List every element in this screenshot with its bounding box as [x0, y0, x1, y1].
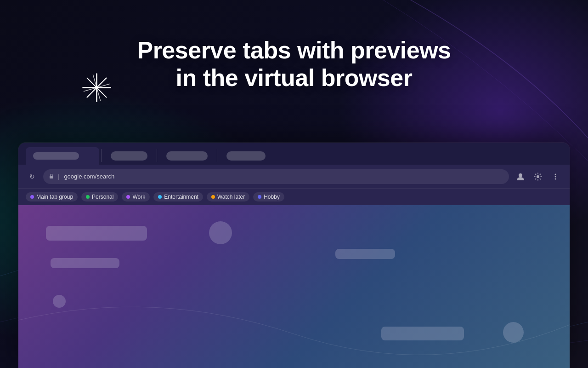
- tab-group-work-label: Work: [132, 194, 145, 200]
- tab-group-hobby-label: Hobby: [264, 194, 280, 200]
- tab-pill-3: [166, 151, 208, 161]
- tab-group-watch-later[interactable]: Watch later: [207, 192, 249, 201]
- svg-point-8: [537, 175, 539, 178]
- address-separator: |: [58, 173, 59, 180]
- address-bar-row: ↻ | google.com/search: [18, 165, 570, 189]
- content-placeholder-3: [335, 249, 395, 259]
- dot-work: [126, 195, 130, 199]
- content-area: [18, 205, 570, 368]
- tab-groups-row: Main tab group Personal Work Entertainme…: [18, 189, 570, 205]
- svg-point-7: [519, 173, 522, 177]
- tab-group-entertainment-label: Entertainment: [164, 194, 198, 200]
- tab-group-entertainment[interactable]: Entertainment: [153, 192, 203, 201]
- browser-tab-4[interactable]: [219, 147, 273, 165]
- svg-rect-6: [50, 176, 53, 178]
- content-placeholder-4: [381, 327, 464, 340]
- tab-separator-1: [101, 149, 102, 162]
- address-bar[interactable]: | google.com/search: [43, 169, 509, 184]
- tab-separator-2: [157, 149, 157, 162]
- tab-group-main-label: Main tab group: [36, 194, 73, 200]
- svg-point-9: [555, 173, 556, 175]
- svg-point-11: [555, 178, 556, 179]
- svg-point-10: [555, 176, 556, 177]
- content-placeholder-circle-2: [53, 295, 66, 308]
- refresh-icon: ↻: [29, 173, 35, 180]
- tab-bar: [18, 143, 570, 165]
- content-placeholder-circle-3: [503, 322, 524, 343]
- settings-button[interactable]: [531, 170, 545, 184]
- tab-group-watch-later-label: Watch later: [217, 194, 245, 200]
- heading-line2: in the virtual browser: [176, 64, 413, 91]
- tab-group-hobby[interactable]: Hobby: [253, 192, 284, 201]
- tab-group-personal[interactable]: Personal: [81, 192, 118, 201]
- browser-mockup: ↻ | google.com/search: [18, 143, 570, 368]
- dot-hobby: [258, 195, 261, 199]
- browser-tab-2[interactable]: [103, 147, 155, 165]
- dot-watch-later: [211, 195, 215, 199]
- lock-icon: [49, 173, 54, 180]
- main-heading: Preserve tabs with previews in the virtu…: [0, 37, 588, 92]
- browser-tab-active[interactable]: [26, 147, 99, 165]
- tab-pill-2: [111, 151, 147, 161]
- dot-personal: [86, 195, 90, 199]
- tab-separator-3: [217, 149, 217, 162]
- tab-group-main[interactable]: Main tab group: [26, 192, 78, 201]
- tab-group-work[interactable]: Work: [122, 192, 150, 201]
- tab-pill-active: [33, 152, 79, 160]
- heading-line1: Preserve tabs with previews: [137, 37, 451, 63]
- heading-container: Preserve tabs with previews in the virtu…: [0, 37, 588, 92]
- tab-group-personal-label: Personal: [92, 194, 113, 200]
- browser-actions: [514, 170, 562, 184]
- address-text: google.com/search: [64, 173, 114, 180]
- content-placeholder-1: [46, 226, 147, 241]
- tab-pill-4: [226, 151, 266, 161]
- content-placeholder-circle-1: [209, 221, 232, 244]
- dot-main: [30, 195, 34, 199]
- content-placeholder-2: [51, 258, 119, 268]
- dot-entertainment: [158, 195, 162, 199]
- menu-button[interactable]: [548, 170, 562, 184]
- browser-tab-3[interactable]: [159, 147, 215, 165]
- profile-button[interactable]: [514, 170, 527, 184]
- refresh-button[interactable]: ↻: [26, 170, 39, 183]
